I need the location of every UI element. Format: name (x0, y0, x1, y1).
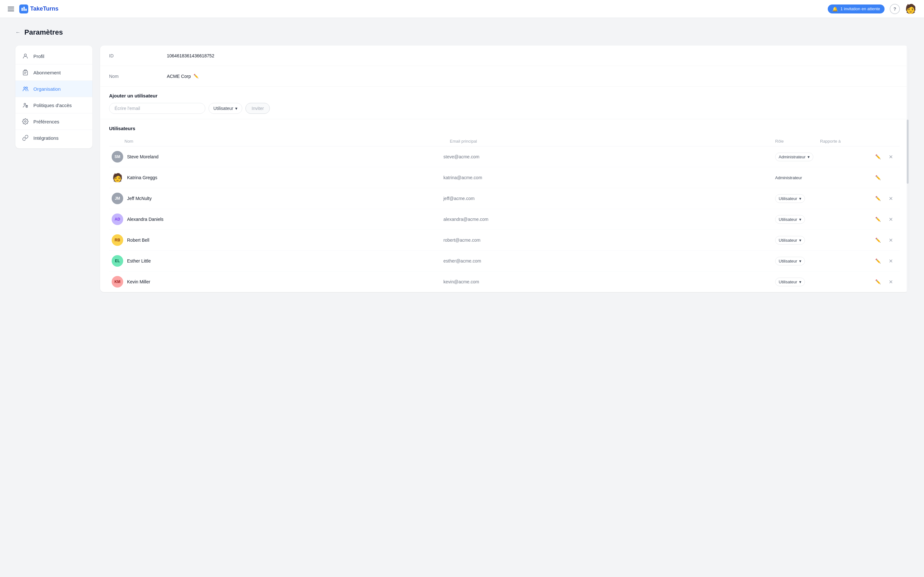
user-email: jeff@acme.com (443, 196, 475, 201)
scrollbar-thumb[interactable] (907, 119, 909, 184)
name-edit-icon[interactable]: ✏️ (194, 74, 199, 79)
user-avatar: SM (111, 151, 123, 163)
sidebar-label-organisation: Organisation (33, 86, 61, 92)
id-row: ID 1064618361436618752 (100, 45, 909, 66)
user-email: alexandra@acme.com (443, 217, 488, 222)
svg-point-3 (24, 54, 27, 56)
user-avatar[interactable]: 🧑 (905, 3, 916, 14)
table-row: 🧑 Katrina Greggs katrina@acme.com Admini… (109, 167, 900, 188)
user-name-cell: SM Steve Moreland (111, 151, 443, 163)
hamburger-menu[interactable] (8, 7, 14, 11)
user-name-cell: AD Alexandra Daniels (111, 213, 443, 225)
notification-icon: 🔔 (832, 6, 838, 11)
sidebar-label-integrations: Intégrations (33, 135, 58, 141)
app-header: TakeTurns 🔔 1 invitation en attente ? 🧑 (0, 0, 924, 18)
user-email-cell: alexandra@acme.com (443, 216, 775, 222)
user-name: Alexandra Daniels (127, 217, 164, 222)
remove-user-button[interactable]: ✕ (884, 258, 897, 264)
user-avatar: 🧑 (111, 172, 123, 183)
role-label: Administrateur (779, 155, 806, 159)
name-value: ACME Corp ✏️ (167, 74, 199, 79)
role-dropdown[interactable]: Utilisateur▾ (775, 194, 820, 203)
role-dropdown[interactable]: Administrateur▾ (775, 153, 820, 161)
main-panel: ID 1064618361436618752 Nom ACME Corp ✏️ … (100, 45, 909, 292)
notification-button[interactable]: 🔔 1 invitation en attente (828, 5, 885, 13)
gear-icon (22, 118, 29, 125)
add-user-section: Ajouter un utilisateur Utilisateur ▾ Inv… (100, 87, 909, 119)
svg-point-11 (25, 121, 26, 122)
edit-icon[interactable]: ✏️ (871, 258, 884, 263)
table-row: EL Esther Little esther@acme.com Utilisa… (109, 251, 900, 271)
sidebar-item-politiques[interactable]: Politiques d'accès (15, 97, 92, 113)
svg-rect-0 (21, 8, 23, 11)
notification-text: 1 invitation en attente (840, 6, 880, 11)
table-row: SM Steve Moreland steve@acme.com Adminis… (109, 147, 900, 167)
col-reports: Rapporte à (820, 139, 871, 143)
svg-point-9 (26, 87, 27, 89)
user-email: esther@acme.com (443, 258, 481, 263)
edit-icon[interactable]: ✏️ (871, 237, 884, 243)
user-name: Katrina Greggs (127, 175, 157, 180)
user-email: robert@acme.com (443, 237, 480, 243)
remove-user-button[interactable]: ✕ (884, 216, 897, 222)
role-select-button[interactable]: Utilisateur ▾ (208, 103, 242, 114)
header-right: 🔔 1 invitation en attente ? 🧑 (828, 3, 916, 14)
edit-icon[interactable]: ✏️ (871, 175, 884, 180)
chevron-icon: ▾ (799, 217, 801, 222)
logo[interactable]: TakeTurns (19, 5, 58, 13)
col-role: Rôle (775, 139, 820, 143)
sidebar-item-integrations[interactable]: Intégrations (15, 130, 92, 146)
help-label: ? (893, 6, 897, 11)
remove-user-button[interactable]: ✕ (884, 195, 897, 201)
remove-user-button[interactable]: ✕ (884, 154, 897, 160)
sidebar-label-politiques: Politiques d'accès (33, 103, 72, 108)
page-header: ← Paramètres (15, 28, 909, 37)
role-label: Utilisateur (779, 259, 797, 263)
back-button[interactable]: ← (15, 29, 21, 35)
user-email-cell: steve@acme.com (443, 154, 775, 160)
sidebar-item-abonnement[interactable]: Abonnement (15, 64, 92, 81)
table-row: KM Kevin Miller kevin@acme.com Utilisate… (109, 271, 900, 292)
name-label: Nom (109, 74, 167, 79)
user-name: Esther Little (127, 258, 151, 263)
add-user-row: Utilisateur ▾ Inviter (109, 103, 900, 114)
sidebar-item-organisation[interactable]: Organisation (15, 81, 92, 97)
user-rows-container: SM Steve Moreland steve@acme.com Adminis… (109, 147, 900, 292)
user-email: steve@acme.com (443, 154, 479, 159)
role-label: Utilisateur (779, 217, 797, 222)
remove-user-button[interactable]: ✕ (884, 237, 897, 243)
role-dropdown[interactable]: Utilisateur▾ (775, 236, 820, 245)
user-name-cell: JM Jeff McNulty (111, 193, 443, 204)
role-dropdown[interactable]: Utilisateur▾ (775, 215, 820, 224)
col-name: Nom (124, 139, 450, 143)
edit-icon[interactable]: ✏️ (871, 279, 884, 284)
remove-user-button[interactable]: ✕ (884, 279, 897, 285)
edit-icon[interactable]: ✏️ (871, 154, 884, 159)
user-name-cell: RB Robert Bell (111, 234, 443, 246)
chevron-icon: ▾ (799, 238, 801, 243)
email-input[interactable] (109, 103, 205, 114)
help-button[interactable]: ? (890, 4, 900, 14)
sidebar-item-profil[interactable]: Profil (15, 48, 92, 64)
link-icon (22, 134, 29, 141)
user-name: Robert Bell (127, 237, 149, 243)
scrollbar-track[interactable] (907, 45, 909, 292)
users-title: Utilisateurs (109, 126, 900, 131)
chevron-down-icon: ▾ (235, 106, 237, 111)
table-row: RB Robert Bell robert@acme.com Utilisate… (109, 230, 900, 251)
sidebar-label-preferences: Préférences (33, 119, 59, 124)
role-dropdown[interactable]: Utilisateur▾ (775, 257, 820, 266)
edit-icon[interactable]: ✏️ (871, 196, 884, 201)
user-avatar: EL (111, 255, 123, 267)
user-email-cell: robert@acme.com (443, 237, 775, 243)
edit-icon[interactable]: ✏️ (871, 217, 884, 222)
users-section: Utilisateurs Nom Email principal Rôle Ra… (100, 119, 909, 292)
sidebar-item-preferences[interactable]: Préférences (15, 113, 92, 130)
chevron-icon: ▾ (799, 279, 801, 284)
header-left: TakeTurns (8, 5, 58, 13)
user-avatar: RB (111, 234, 123, 246)
role-label: Utilisateur (779, 279, 797, 284)
invite-button[interactable]: Inviter (246, 103, 270, 114)
role-dropdown[interactable]: Utilisateur▾ (775, 277, 820, 286)
role-label: Utilisateur (779, 238, 797, 243)
